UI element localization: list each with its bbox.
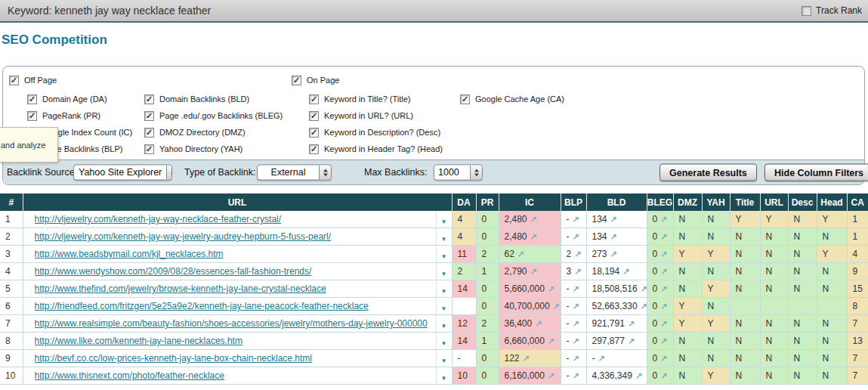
row-expand-dropdown[interactable]: ▼ — [436, 315, 452, 332]
filter-checkbox[interactable]: ✓ — [309, 144, 319, 154]
off-page-checkbox[interactable]: ✓ — [9, 76, 19, 85]
max-backlinks-spinner[interactable]: 1000 — [434, 165, 483, 181]
metric-value: 10 — [458, 370, 468, 381]
row-expand-dropdown[interactable]: ▼ — [436, 211, 452, 228]
row-expand-dropdown[interactable]: ▼ — [436, 350, 452, 367]
backlink-source-select[interactable]: Yahoo Site Explorer — [73, 165, 172, 181]
metric-value: 7 — [853, 318, 858, 329]
filter-option: ✓Domain Backlinks (BLD) — [144, 94, 283, 104]
metric-value: 0 — [653, 336, 658, 346]
metric-cell: N — [673, 263, 702, 280]
row-number: 10 — [0, 367, 23, 385]
metric-cell: 6,660,000↗ — [499, 333, 561, 350]
filter-checkbox[interactable]: ✓ — [144, 128, 154, 138]
row-expand-dropdown[interactable]: ▼ — [436, 333, 452, 349]
row-expand-dropdown[interactable]: ▼ — [436, 298, 452, 314]
url-cell: http://friendfeed.com/fritzgen/5e25a9e2/… — [23, 298, 452, 315]
table-row: 3http://www.beadsbymail.com/kjl_necklace… — [0, 246, 868, 263]
metric-cell: 2 — [452, 263, 476, 280]
metric-value: N — [708, 214, 715, 224]
column-header: CA — [847, 193, 868, 211]
metric-value: 7 — [853, 353, 858, 364]
row-number: 9 — [0, 350, 23, 367]
result-url-link[interactable]: http://vljewelry.com/kenneth-jay-way-jew… — [35, 231, 436, 242]
chevron-down-icon: ▼ — [441, 269, 447, 280]
metric-cell: N — [730, 228, 760, 246]
metric-cell: 2,480↗ — [499, 211, 561, 228]
url-cell: http://www.beadsbymail.com/kjl_necklaces… — [23, 246, 452, 263]
metric-value: 8 — [853, 301, 858, 311]
metric-cell — [730, 298, 760, 315]
filter-checkbox[interactable]: ✓ — [144, 94, 154, 104]
filter-checkbox[interactable]: ✓ — [27, 94, 37, 104]
result-url-link[interactable]: http://bevf.co.cc/low-prices-kenneth-jay… — [35, 353, 436, 364]
filter-option: ✓Domain Age (DA) — [27, 94, 132, 104]
metric-value: 0 — [653, 231, 658, 242]
filter-checkbox[interactable]: ✓ — [460, 94, 470, 104]
filter-checkbox[interactable]: ✓ — [27, 111, 37, 121]
max-backlinks-input[interactable]: 1000 — [434, 166, 470, 180]
row-expand-dropdown[interactable]: ▼ — [436, 367, 452, 384]
table-row: 2http://vljewelry.com/kenneth-jay-way-je… — [0, 228, 868, 246]
table-row: 8http://www.like.com/kenneth-jay-lane-ne… — [0, 333, 868, 350]
metric-value: 2,480 — [505, 231, 527, 242]
metric-cell — [760, 298, 788, 315]
metric-cell — [452, 298, 476, 315]
type-of-backlink-select[interactable]: External — [257, 165, 332, 181]
on-page-checkbox[interactable]: ✓ — [292, 76, 301, 85]
result-url-link[interactable]: http://www.thefind.com/jewelry/browse-ke… — [35, 283, 436, 294]
url-cell: http://www.like.com/kenneth-jay-lane-nec… — [23, 333, 452, 350]
metric-cell: N — [817, 263, 847, 280]
row-expand-dropdown[interactable]: ▼ — [436, 263, 452, 280]
metric-value: - — [567, 301, 570, 311]
trend-arrow-icon: ↗ — [635, 371, 642, 380]
result-url-link[interactable]: http://www.wendyshow.com/2009/08/28/esse… — [35, 266, 436, 277]
filter-checkbox[interactable]: ✓ — [309, 128, 319, 138]
metric-value: N — [708, 301, 715, 311]
metric-value: N — [679, 370, 686, 381]
metric-value: 4 — [458, 214, 463, 224]
hide-column-filters-button[interactable]: Hide Column Filters — [765, 164, 868, 181]
result-url-link[interactable]: http://vljewelry.com/kenneth-jay-way-nec… — [35, 214, 436, 224]
metric-value: N — [823, 370, 829, 381]
metric-cell: Y — [702, 246, 730, 263]
metric-value: 1 — [853, 214, 858, 224]
filter-checkbox[interactable]: ✓ — [144, 144, 154, 154]
filter-option: ✓DMOZ Directory (DMZ) — [144, 127, 283, 138]
metric-value: Y — [823, 214, 829, 224]
metric-cell: Y — [817, 246, 847, 263]
result-url-link[interactable]: http://www.beadsbymail.com/kjl_necklaces… — [35, 249, 436, 259]
row-expand-dropdown[interactable]: ▼ — [436, 280, 452, 297]
trend-arrow-icon: ↗ — [660, 215, 667, 224]
result-url-link[interactable]: http://www.thisnext.com/photo/feather-ne… — [35, 370, 436, 381]
filter-checkbox[interactable]: ✓ — [309, 94, 319, 104]
stepper-icon[interactable] — [319, 166, 331, 180]
stepper-icon[interactable] — [470, 166, 482, 180]
metric-cell: N — [673, 333, 702, 350]
filter-checkbox[interactable]: ✓ — [144, 111, 154, 121]
stepper-icon[interactable] — [166, 166, 172, 180]
metric-value: N — [736, 231, 743, 242]
metric-value: Y — [766, 214, 772, 224]
result-url-link[interactable]: http://friendfeed.com/fritzgen/5e25a9e2/… — [35, 301, 436, 311]
trend-arrow-icon: ↗ — [553, 302, 560, 311]
filter-checkbox[interactable]: ✓ — [309, 111, 319, 121]
column-header: Title — [730, 193, 760, 211]
track-rank-checkbox[interactable] — [802, 6, 811, 16]
metric-cell: N — [788, 228, 817, 246]
trend-arrow-icon: ↗ — [660, 302, 667, 311]
metric-value: 1 — [482, 336, 487, 346]
metric-cell: N — [673, 367, 702, 385]
result-url-link[interactable]: http://www.realsimple.com/beauty-fashion… — [35, 318, 436, 329]
metric-value: N — [794, 283, 801, 294]
trend-arrow-icon: ↗ — [530, 232, 537, 241]
generate-results-button[interactable]: Generate Results — [659, 164, 757, 181]
metric-value: N — [708, 231, 715, 242]
metric-cell: 10 — [452, 367, 476, 385]
row-expand-dropdown[interactable]: ▼ — [436, 246, 452, 262]
metric-value: 0 — [482, 231, 487, 242]
row-expand-dropdown[interactable]: ▼ — [436, 228, 452, 245]
metric-cell: N — [702, 263, 730, 280]
result-url-link[interactable]: http://www.like.com/kenneth-jay-lane-nec… — [35, 336, 436, 346]
metric-value: 0 — [653, 214, 658, 224]
